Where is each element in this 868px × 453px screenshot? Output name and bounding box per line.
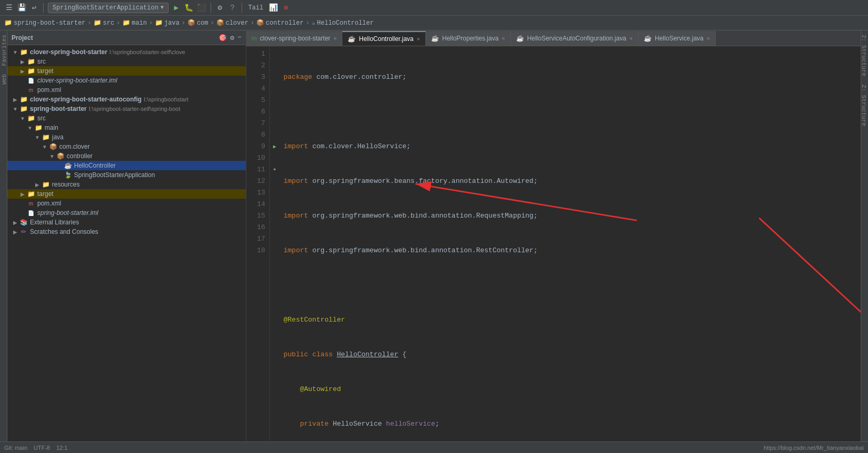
sidebar-settings-icon[interactable]: ⚙ xyxy=(230,34,234,42)
project-dropdown[interactable]: SpringBootStarterApplication ▼ xyxy=(48,3,169,13)
code-line-9: public class HelloController { xyxy=(284,349,861,361)
tree-item-autoconfig-root[interactable]: ▶ 📁 clover-spring-boot-starter-autoconfi… xyxy=(7,95,246,104)
tree-item-scratches[interactable]: ▶ ✏ Scratches and Consoles xyxy=(7,227,246,236)
tree-icon-com-clover: 📦 xyxy=(48,143,58,150)
tree-item-com-clover[interactable]: ▼ 📦 com.clover xyxy=(7,142,246,151)
project-icon: 📁 xyxy=(4,19,12,27)
tree-item-resources[interactable]: ▶ 📁 resources xyxy=(7,180,246,189)
coverage-icon[interactable]: 📊 xyxy=(268,3,278,13)
breadcrumb-sep-2: › xyxy=(117,19,120,27)
line-num-9: 9 xyxy=(246,141,265,152)
code-line-8: @RestController xyxy=(284,314,861,326)
tab-helloservice[interactable]: ☕ HelloService.java × xyxy=(639,31,716,46)
breadcrumb-main[interactable]: 📁 main xyxy=(122,19,147,27)
tree-arrow-com-clover: ▼ xyxy=(41,144,48,150)
tab-clover-spring-boot-starter[interactable]: m clover-spring-boot-starter × xyxy=(246,31,342,46)
left-tab-favorites[interactable]: Favorites xyxy=(0,30,7,70)
run-icon[interactable]: ▶ xyxy=(172,3,181,13)
line-num-8: 8 xyxy=(246,129,265,141)
tab-label-helloserviceautoconfig: HelloServiceAutoConfiguration.java xyxy=(527,35,626,42)
breadcrumb-clover[interactable]: 📦 clover xyxy=(216,19,248,27)
toolbar-icon-undo[interactable]: ↩ xyxy=(29,3,39,13)
tree-item-target1[interactable]: ▶ 📁 target xyxy=(7,66,246,76)
tree-item-pom1[interactable]: m pom.xml xyxy=(7,85,246,95)
tab-helloserviceautoconfig[interactable]: ☕ HelloServiceAutoConfiguration.java × xyxy=(511,31,639,46)
gutter-15 xyxy=(270,210,279,222)
tree-icon-spring-root: 📁 xyxy=(19,105,28,112)
tab-close-helloserviceautoconfig[interactable]: × xyxy=(630,35,633,42)
sidebar-header: Project 🎯 ⚙ − xyxy=(7,30,246,45)
breadcrumb-hellocontroller[interactable]: ☕ HelloController xyxy=(311,19,373,27)
breadcrumb-java[interactable]: 📁 java xyxy=(155,19,180,27)
sidebar-collapse-icon[interactable]: − xyxy=(237,34,242,42)
tree-icon-main2: 📁 xyxy=(34,124,43,131)
tab-close-hellocontroller[interactable]: × xyxy=(417,36,420,42)
tree-path-autoconfig-root: I:\springboot\start xyxy=(144,96,189,102)
tab-hellocontroller[interactable]: ☕ HelloController.java × xyxy=(342,31,426,46)
tree-item-pom2[interactable]: m pom.xml xyxy=(7,199,246,208)
breadcrumb-sep-7: › xyxy=(306,19,309,27)
gutter-11[interactable]: ● xyxy=(270,164,279,176)
tab-label-hellocontroller: HelloController.java xyxy=(359,35,413,43)
toolbar-icon-menu[interactable]: ☰ xyxy=(4,3,14,13)
tree-item-main2[interactable]: ▼ 📁 main xyxy=(7,123,246,132)
tree-item-hellocontroller[interactable]: ☕ HelloController xyxy=(7,161,246,170)
line-num-3: 3 xyxy=(246,71,265,83)
tree-icon-controller: 📦 xyxy=(56,152,65,160)
tree-path-clover-root: I:\springboot\starter-self\clove xyxy=(109,49,185,55)
tree-icon-ext-libs: 📚 xyxy=(19,219,28,226)
sidebar-locate-icon[interactable]: 🎯 xyxy=(218,34,227,42)
code-editor: 1 2 3 4 5 6 7 8 9 10 11 12 13 14 15 16 1… xyxy=(246,46,861,441)
line-num-1: 1 xyxy=(246,48,265,60)
breadcrumb-controller[interactable]: 📦 controller xyxy=(256,19,304,27)
tree-icon-pom2: m xyxy=(26,201,36,207)
tree-item-spring-root[interactable]: ▼ 📁 spring-boot-starter I:\springboot-st… xyxy=(7,104,246,114)
breadcrumb-project[interactable]: 📁 spring-boot-starter xyxy=(4,19,86,27)
breadcrumb-src[interactable]: 📁 src xyxy=(93,19,114,27)
status-right: https://blog.csdn.net/Mr_tianyanxiaobai xyxy=(764,445,864,451)
tab-close-helloservice[interactable]: × xyxy=(707,35,710,42)
line-num-14: 14 xyxy=(246,199,265,210)
breadcrumb-sep-4: › xyxy=(182,19,185,27)
tree-icon-pom1: m xyxy=(26,87,36,93)
tab-close-clover[interactable]: × xyxy=(333,35,337,42)
tree-label-target2: target xyxy=(37,190,54,198)
tree-item-springbootapp[interactable]: 🍃 SpringBootStarterApplication xyxy=(7,170,246,180)
tree-item-iml1[interactable]: 📄 clover-spring-boot-starter.iml xyxy=(7,76,246,85)
breadcrumb-sep-1: › xyxy=(88,19,91,27)
tree-item-ext-libs[interactable]: ▶ 📚 External Libraries xyxy=(7,218,246,227)
gutter-9[interactable]: ▶ xyxy=(270,141,279,152)
tree-item-src2[interactable]: ▼ 📁 src xyxy=(7,114,246,123)
tab-close-helloproperties[interactable]: × xyxy=(501,35,505,42)
close-coverage-icon[interactable]: ⊗ xyxy=(281,3,290,13)
tree-item-iml2[interactable]: 📄 spring-boot-starter.iml xyxy=(7,208,246,218)
tree-label-src2: src xyxy=(37,115,46,122)
stop-icon[interactable]: ⬛ xyxy=(197,3,206,13)
tree-item-controller[interactable]: ▼ 📦 controller xyxy=(7,151,246,161)
tab-helloproperties[interactable]: ☕ HelloProperties.java × xyxy=(426,31,511,46)
right-tab-z-structure[interactable]: Z: Structure xyxy=(861,80,868,130)
help-icon[interactable]: ? xyxy=(228,3,237,13)
left-tab-web[interactable]: Web xyxy=(0,70,7,89)
sidebar: Project 🎯 ⚙ − ▼ 📁 clover-spring-boot-sta… xyxy=(7,30,246,441)
tree-label-iml1: clover-spring-boot-starter.iml xyxy=(37,77,117,84)
right-side-tabs: 2: Structure Z: Structure xyxy=(861,30,868,441)
code-content[interactable]: package com.clover.controller; import co… xyxy=(279,46,861,441)
tree-arrow-scratches: ▶ xyxy=(12,229,19,235)
breadcrumb-sep-3: › xyxy=(149,19,153,27)
tree-item-clover-root[interactable]: ▼ 📁 clover-spring-boot-starter I:\spring… xyxy=(7,47,246,57)
debug-icon[interactable]: 🐛 xyxy=(184,3,194,13)
tree-item-java2[interactable]: ▼ 📁 java xyxy=(7,132,246,142)
settings-icon[interactable]: ⚙ xyxy=(215,3,225,13)
breadcrumb: 📁 spring-boot-starter › 📁 src › 📁 main ›… xyxy=(0,16,868,30)
line-numbers: 1 2 3 4 5 6 7 8 9 10 11 12 13 14 15 16 1… xyxy=(246,46,270,441)
status-bar: Git: main UTF-8 12:1 https://blog.csdn.n… xyxy=(0,441,868,453)
line-num-18: 18 xyxy=(246,245,265,256)
tree-item-src1[interactable]: ▶ 📁 src xyxy=(7,57,246,66)
breadcrumb-com[interactable]: 📦 com xyxy=(187,19,208,27)
right-tab-structure[interactable]: 2: Structure xyxy=(861,30,868,80)
line-num-2: 2 xyxy=(246,60,265,71)
tree-item-target2[interactable]: ▶ 📁 target xyxy=(7,189,246,199)
tab-icon-clover-spring: m xyxy=(252,35,257,42)
toolbar-icon-save[interactable]: 💾 xyxy=(17,3,26,13)
